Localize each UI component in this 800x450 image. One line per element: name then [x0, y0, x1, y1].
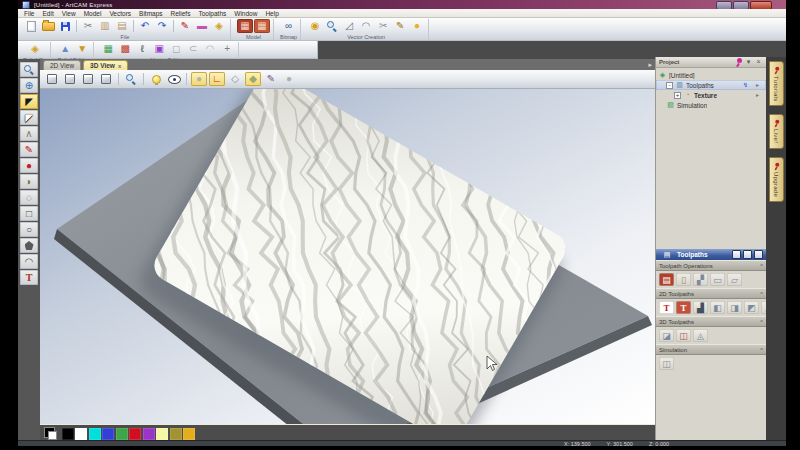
simulate-toolpath-icon[interactable]: ◫	[659, 357, 674, 370]
vector-fillet-icon[interactable]: ◠	[202, 42, 218, 56]
vector-join-icon[interactable]: ◻	[168, 42, 184, 56]
shading-icon[interactable]	[166, 72, 182, 86]
vector-pen-icon[interactable]: ✎	[392, 19, 408, 33]
toggle-relief-icon[interactable]: ●	[191, 72, 207, 86]
spray-tool-icon[interactable]: ◗	[20, 174, 38, 189]
tree-item-toolpaths-icon[interactable]: ▥	[675, 81, 684, 90]
menu-model[interactable]: Model	[84, 10, 102, 17]
select-tool-icon[interactable]: ◤	[20, 94, 38, 109]
panel-dock-button[interactable]	[732, 250, 741, 259]
menu-reliefs[interactable]: Reliefs	[171, 10, 191, 17]
tab-scroll-icon[interactable]: ▸	[648, 61, 652, 69]
tree-item-simulation-icon[interactable]: ▧	[666, 101, 675, 110]
menu-bitmaps[interactable]: Bitmaps	[139, 10, 162, 17]
edit-icon[interactable]: ▸	[753, 91, 762, 100]
redo-icon[interactable]: ↷	[154, 19, 170, 33]
tree-item-simulation[interactable]: ▧Simulation	[656, 100, 766, 110]
side-tab-tutorials[interactable]: Tutorials	[769, 61, 784, 106]
adjust-model-icon[interactable]: ▦	[254, 19, 270, 33]
copy-icon[interactable]: ▥	[97, 19, 113, 33]
vector-snip-icon[interactable]: ✂	[375, 19, 391, 33]
section-collapse-icon[interactable]: ^	[760, 291, 763, 297]
vector-measure-icon[interactable]: ℓ	[134, 42, 150, 56]
more-icon[interactable]: ▸	[753, 81, 762, 90]
save-file-icon[interactable]	[57, 19, 73, 33]
tree-expander[interactable]: -	[666, 82, 673, 89]
material-block-icon[interactable]: ◆	[245, 72, 261, 86]
create-toolpath-icon[interactable]: ▤	[659, 273, 674, 286]
tree-item-toolpaths[interactable]: -▥Toolpaths↯▸	[656, 80, 766, 90]
vector-arc-icon[interactable]: ◠	[358, 19, 374, 33]
menu-file[interactable]: File	[24, 10, 34, 17]
iso-view-icon[interactable]	[44, 72, 60, 86]
lasso-tool-icon[interactable]: ◌	[20, 190, 38, 205]
transform-icon[interactable]: ◈	[211, 19, 227, 33]
tree-item-untitled[interactable]: ◈[Untitled]	[656, 70, 766, 80]
measure-tool-icon[interactable]: ∧	[20, 126, 38, 141]
pin-panel-icon[interactable]	[734, 58, 743, 67]
color-swatch[interactable]	[89, 428, 101, 440]
vector-node-zoom-icon[interactable]	[324, 19, 340, 33]
tree-expander[interactable]: +	[674, 92, 681, 99]
new-file-icon[interactable]	[23, 19, 39, 33]
view-along-x-icon[interactable]	[62, 72, 78, 86]
profile-toolpath-icon[interactable]: T	[659, 301, 674, 314]
bitmap-view-icon[interactable]: ∞	[281, 19, 297, 33]
vector-trim-icon[interactable]: ⊂	[185, 42, 201, 56]
relief-sculpt-icon[interactable]: ▼	[74, 42, 90, 56]
side-tab-upgrade[interactable]: Upgrade	[769, 157, 784, 202]
zoom-window-icon[interactable]	[123, 72, 139, 86]
machine-bed-icon[interactable]: ▭	[710, 273, 725, 286]
section-header[interactable]: 2D Toolpaths^	[656, 288, 766, 299]
menu-view[interactable]: View	[62, 10, 76, 17]
drill-toolpath-icon[interactable]: ◧	[710, 301, 725, 314]
toolpaths-panel-icon[interactable]: ▤	[659, 248, 675, 262]
vector-weave-icon[interactable]: ▩	[117, 42, 133, 56]
tree-item-texture-icon[interactable]: ◔	[683, 91, 692, 100]
panel-close-button[interactable]	[754, 250, 763, 259]
machine-relief-icon[interactable]: ◪	[659, 329, 674, 342]
zoom-tool-icon[interactable]	[20, 62, 38, 77]
color-swatch[interactable]	[62, 428, 74, 440]
undo-icon[interactable]: ↶	[137, 19, 153, 33]
panel-float-button[interactable]	[743, 250, 752, 259]
vector-group-icon[interactable]: ▣	[151, 42, 167, 56]
primary-secondary-color-swatch[interactable]	[44, 427, 57, 440]
section-header[interactable]: Toolpath Operations^	[656, 260, 766, 271]
side-tab-live[interactable]: Live!	[769, 114, 784, 148]
tab-2d-view[interactable]: 2D View	[43, 60, 81, 70]
tab-close-icon[interactable]: x	[118, 63, 121, 69]
section-collapse-icon[interactable]: ^	[760, 319, 763, 325]
vector-spiral-icon[interactable]: ◉	[307, 19, 323, 33]
inlay-toolpath-icon[interactable]: ◨	[727, 301, 742, 314]
tree-item-texture[interactable]: +◔Texture▸	[656, 90, 766, 100]
set-model-size-icon[interactable]: ▦	[237, 19, 253, 33]
engrave-toolpath-icon[interactable]: ▟	[693, 301, 708, 314]
circle-tool-icon[interactable]: ○	[20, 222, 38, 237]
preview-blob-icon[interactable]: ●	[281, 72, 297, 86]
paint-tool-icon[interactable]: ●	[20, 158, 38, 173]
color-swatch[interactable]	[102, 428, 114, 440]
color-swatch[interactable]	[143, 428, 155, 440]
origin-axes-icon[interactable]: ∟	[209, 72, 225, 86]
zlevel-toolpath-icon[interactable]: ◬	[693, 329, 708, 342]
color-swatch[interactable]	[75, 428, 87, 440]
section-collapse-icon[interactable]: ^	[760, 263, 763, 269]
menu-window[interactable]: Window	[234, 10, 257, 17]
section-collapse-icon[interactable]: ^	[760, 347, 763, 353]
3d-viewport[interactable]	[40, 89, 655, 424]
erase-icon[interactable]: ▬	[194, 19, 210, 33]
menu-vectors[interactable]: Vectors	[109, 10, 131, 17]
vcarve-toolpath-icon[interactable]: ◩	[744, 301, 759, 314]
menu-help[interactable]: Help	[265, 10, 278, 17]
pan-globe-icon[interactable]: ⊕	[20, 78, 38, 93]
color-swatch[interactable]	[116, 428, 128, 440]
pencil-tool-icon[interactable]: ✎	[20, 142, 38, 157]
toolpath-sheet-icon[interactable]: ▯	[676, 273, 691, 286]
color-swatch[interactable]	[170, 428, 182, 440]
view-along-z-icon[interactable]	[98, 72, 114, 86]
tree-item-untitled-icon[interactable]: ◈	[658, 71, 667, 80]
menu-toolpaths[interactable]: Toolpaths	[198, 10, 226, 17]
vector-blob-icon[interactable]: ●	[409, 19, 425, 33]
draw-icon[interactable]: ✎	[177, 19, 193, 33]
